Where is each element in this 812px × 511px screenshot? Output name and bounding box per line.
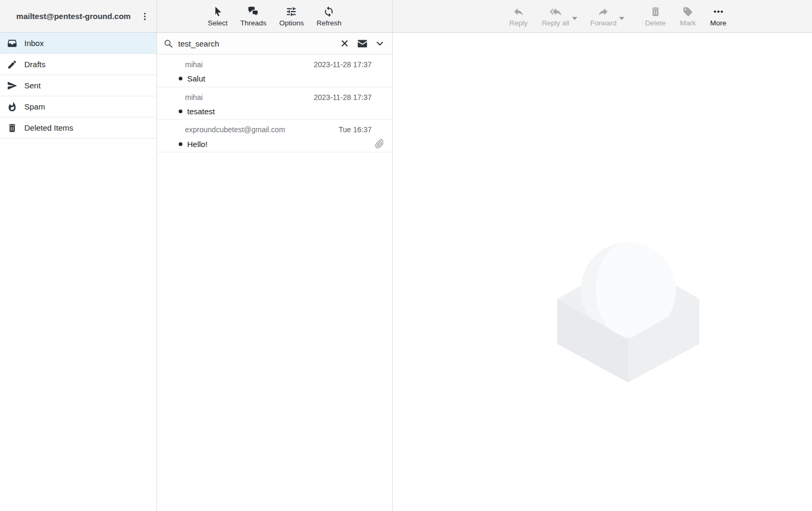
message-toolbar: Reply Reply all Forward Delete Mark	[393, 0, 812, 33]
delete-button[interactable]: Delete	[645, 6, 666, 27]
pointer-icon	[212, 6, 224, 17]
send-icon	[7, 80, 17, 91]
refresh-icon	[323, 6, 335, 17]
folders-sidebar: mailtest@pentest-ground.com Inbox Drafts…	[0, 0, 157, 511]
message-list: mihai 2023-11-28 17:37 Salut mihai 2023-…	[157, 54, 392, 511]
roundcube-webmail: mailtest@pentest-ground.com Inbox Drafts…	[0, 0, 812, 511]
envelope-icon[interactable]	[357, 38, 368, 49]
tag-icon	[682, 6, 694, 17]
reply-all-icon	[550, 6, 561, 17]
sidebar-item-inbox[interactable]: Inbox	[0, 33, 156, 54]
paperclip-icon	[375, 139, 384, 149]
message-sender: mihai	[185, 60, 202, 69]
ellipsis-icon	[713, 6, 724, 17]
search-input[interactable]	[178, 39, 336, 48]
account-header: mailtest@pentest-ground.com	[0, 0, 156, 33]
refresh-button[interactable]: Refresh	[317, 6, 342, 27]
search-icon	[163, 39, 173, 49]
message-row[interactable]: exproundcubetest@gmail.com Tue 16:37 Hel…	[157, 120, 392, 152]
message-date: Tue 16:37	[338, 125, 372, 134]
trash-icon	[7, 123, 17, 133]
message-pane: Reply Reply all Forward Delete Mark	[393, 0, 812, 511]
sidebar-item-label: Spam	[24, 102, 45, 111]
search-bar	[157, 33, 392, 54]
forward-button[interactable]: Forward	[590, 6, 617, 27]
unread-indicator	[179, 142, 182, 146]
comments-icon	[247, 6, 259, 17]
sidebar-item-label: Deleted Items	[24, 123, 73, 132]
message-sender: exproundcubetest@gmail.com	[185, 125, 285, 134]
message-subject: Hello!	[187, 140, 207, 149]
forward-icon	[597, 6, 609, 17]
unread-indicator	[179, 110, 182, 113]
clear-icon[interactable]	[340, 39, 349, 48]
message-row[interactable]: mihai 2023-11-28 17:37 Salut	[157, 54, 392, 87]
list-toolbar: Select Threads Options Refresh	[157, 0, 392, 33]
message-row[interactable]: mihai 2023-11-28 17:37 tesatest	[157, 87, 392, 120]
sidebar-item-deleted-items[interactable]: Deleted Items	[0, 117, 156, 139]
trash-icon	[650, 6, 661, 17]
kebab-menu-icon[interactable]	[137, 8, 152, 24]
sidebar-item-label: Drafts	[24, 60, 45, 69]
account-email: mailtest@pentest-ground.com	[10, 12, 137, 21]
mark-button[interactable]: Mark	[680, 6, 696, 27]
sliders-icon	[285, 6, 297, 17]
message-subject: tesatest	[187, 107, 215, 116]
message-subject: Salut	[187, 74, 205, 83]
sidebar-item-spam[interactable]: Spam	[0, 96, 156, 117]
reply-icon	[513, 6, 524, 17]
message-list-column: Select Threads Options Refresh	[157, 0, 393, 511]
message-sender: mihai	[185, 93, 202, 102]
fire-icon	[7, 102, 17, 112]
reply-button[interactable]: Reply	[509, 6, 528, 27]
threads-button[interactable]: Threads	[241, 6, 267, 27]
dropdown-caret-icon[interactable]	[619, 17, 624, 20]
inbox-icon	[7, 38, 17, 49]
dropdown-caret-icon[interactable]	[572, 17, 577, 20]
reply-all-button[interactable]: Reply all	[542, 6, 569, 27]
more-button[interactable]: More	[710, 6, 726, 27]
chevron-down-icon[interactable]	[375, 39, 384, 48]
unread-indicator	[179, 77, 182, 80]
message-view-empty	[393, 33, 812, 511]
sidebar-item-drafts[interactable]: Drafts	[0, 54, 156, 75]
sidebar-item-sent[interactable]: Sent	[0, 75, 156, 96]
select-button[interactable]: Select	[208, 6, 228, 27]
options-button[interactable]: Options	[279, 6, 304, 27]
sidebar-item-label: Inbox	[24, 39, 44, 48]
sidebar-item-label: Sent	[24, 81, 41, 90]
message-date: 2023-11-28 17:37	[314, 93, 372, 102]
roundcube-logo-watermark	[557, 242, 700, 383]
pencil-icon	[7, 59, 17, 70]
message-date: 2023-11-28 17:37	[314, 60, 372, 69]
